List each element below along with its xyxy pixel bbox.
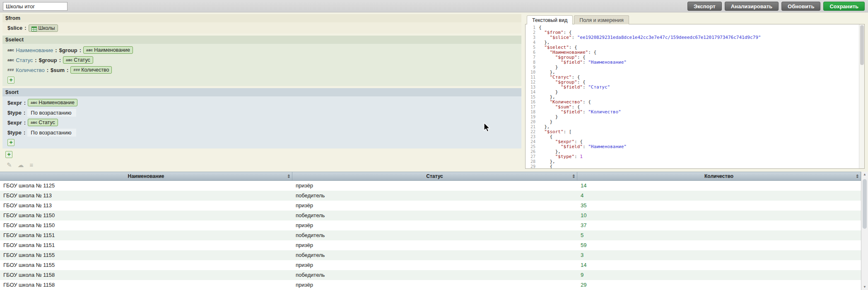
json-editor-panel: Текстовый вид Поля и измерения 1{2 "$fro… — [525, 15, 865, 169]
code-line: 22 "$sort": [ — [526, 129, 864, 134]
scroll-down-icon[interactable]: ▼ — [861, 284, 868, 290]
table-cell-count: 29 — [577, 280, 861, 290]
code-line: 9 } — [526, 65, 864, 70]
sort-section-header: $sort — [2, 88, 521, 96]
from-section-header: $from — [2, 14, 521, 22]
code-line: 29 { — [526, 164, 864, 169]
code-line: 3 "$slice": "ee1920829231eda8dce1e42cc3e… — [526, 35, 864, 40]
table-cell-count: 14 — [577, 260, 861, 270]
save-button[interactable]: Сохранить — [823, 2, 865, 11]
sort-direction-select[interactable]: По возрастанию — [27, 129, 76, 137]
slice-chip[interactable]: Школы — [29, 24, 58, 32]
top-toolbar: Экспорт Анализировать Обновить Сохранить — [0, 0, 868, 12]
table-row[interactable]: ГБОУ школа № 1151призёр59 — [0, 240, 861, 250]
builder-footer-toolbar: ✎ ☁ ≡ — [2, 161, 521, 169]
table-cell-name: ГБОУ школа № 1158 — [0, 270, 292, 280]
table-cell-name: ГБОУ школа № 113 — [0, 191, 292, 201]
table-cell-name: ГБОУ школа № 1150 — [0, 211, 292, 220]
code-line: 8 "$field": "Наименование" — [526, 60, 864, 65]
table-cell-count: 10 — [577, 211, 861, 220]
add-select-field-button[interactable]: + — [7, 77, 14, 84]
field-chip[interactable]: авс Наименование — [83, 46, 133, 54]
table-row[interactable]: ГБОУ школа № 1155призёр14 — [0, 260, 861, 270]
table-cell-count: 5 — [577, 230, 861, 240]
sort-direction-select[interactable]: По возрастанию — [27, 109, 76, 117]
table-cell-count: 3 — [577, 250, 861, 260]
colon-separator: : — [35, 57, 36, 63]
code-lines: 1{2 "$from": {3 "$slice": "ee1920829231e… — [526, 25, 864, 169]
select-row: авс Статус : $group : авс Статус — [2, 55, 521, 65]
table-cell-name: ГБОУ школа № 1158 — [0, 280, 292, 290]
add-section-button[interactable]: + — [5, 151, 12, 158]
table-row[interactable]: ГБОУ школа № 113победитель4 — [0, 191, 861, 201]
field-chip-label: Наименование — [39, 100, 75, 105]
code-editor[interactable]: 1{2 "$from": {3 "$slice": "ee1920829231e… — [525, 24, 865, 169]
table-row[interactable]: ГБОУ школа № 1151победитель5 — [0, 230, 861, 240]
tab-text-view[interactable]: Текстовый вид — [527, 15, 573, 24]
field-chip[interactable]: авс Наименование — [28, 99, 77, 106]
colon-separator: : — [24, 25, 26, 31]
aggregation-label: $group — [59, 47, 77, 53]
table-cell-count: 59 — [577, 240, 861, 250]
table-cell-name: ГБОУ школа № 1155 — [0, 250, 292, 260]
field-chip[interactable]: авс Статус — [28, 119, 58, 126]
table-row[interactable]: ГБОУ школа № 1150победитель10 — [0, 211, 861, 220]
edit-icon[interactable]: ✎ — [7, 161, 12, 169]
colon-separator: : — [59, 57, 61, 63]
list-icon[interactable]: ≡ — [30, 161, 34, 169]
sort-type-row: $type : По возрастанию — [2, 108, 521, 117]
table-cell-name: ГБОУ школа № 113 — [0, 201, 292, 211]
sort-arrows-icon[interactable]: ⇕ — [856, 172, 859, 180]
table-row[interactable]: ГБОУ школа № 1158призёр29 — [0, 280, 861, 290]
table-row[interactable]: ГБОУ школа № 1158победитель9 — [0, 270, 861, 280]
table-scrollbar[interactable]: ▲ ▼ — [861, 172, 868, 290]
scroll-up-icon[interactable]: ▲ — [861, 172, 868, 177]
field-chip[interactable]: авс Статус — [63, 56, 93, 64]
column-header-status[interactable]: Статус ⇕ — [292, 172, 577, 180]
refresh-button[interactable]: Обновить — [781, 2, 820, 11]
aggregation-label: $group — [39, 57, 57, 63]
field-name: Наименование — [16, 47, 53, 53]
field-type-icon: ### — [7, 68, 14, 72]
select-row: авс Наименование : $group : авс Наименов… — [2, 45, 521, 55]
table-row[interactable]: ГБОУ школа № 1125призёр14 — [0, 181, 861, 191]
cloud-icon[interactable]: ☁ — [18, 161, 24, 169]
sort-expr-row: $expr : авс Наименование — [2, 98, 521, 108]
add-sort-field-button[interactable]: + — [7, 139, 14, 146]
field-chip[interactable]: ### Количество — [70, 66, 112, 74]
sort-arrows-icon[interactable]: ⇕ — [572, 172, 576, 180]
toolbar-buttons: Экспорт Анализировать Обновить Сохранить — [687, 2, 865, 11]
table-row[interactable]: ГБОУ школа № 113призёр35 — [0, 201, 861, 211]
field-chip-label: Количество — [81, 67, 109, 73]
column-header-name[interactable]: Наименование ⇕ — [0, 172, 292, 180]
code-line: 27 "$type": 1 — [526, 154, 864, 159]
table-cell-status: призёр — [292, 280, 577, 290]
field-type-icon: авс — [31, 120, 37, 125]
code-line: 19 } — [526, 115, 864, 120]
editor-scrollbar-thumb[interactable] — [860, 25, 864, 65]
editor-scrollbar[interactable] — [859, 24, 864, 168]
colon-separator: : — [80, 47, 81, 53]
table-cell-name: ГБОУ школа № 1151 — [0, 240, 292, 250]
code-line: 13 "$field": "Статус" — [526, 85, 864, 90]
dataset-name-input[interactable] — [3, 2, 68, 11]
table-row[interactable]: ГБОУ школа № 1150призёр37 — [0, 220, 861, 230]
sort-key-label: $expr — [7, 100, 22, 106]
colon-separator: : — [24, 129, 25, 136]
aggregation-label: $sum — [51, 67, 65, 73]
table-cell-count: 37 — [577, 220, 861, 230]
column-header-count[interactable]: Количество ⇕ — [577, 172, 861, 180]
tab-fields-measures[interactable]: Поля и измерения — [574, 15, 629, 24]
table-cell-name: ГБОУ школа № 1125 — [0, 181, 292, 191]
sort-arrows-icon[interactable]: ⇕ — [287, 172, 291, 180]
table-row[interactable]: ГБОУ школа № 1155победитель3 — [0, 250, 861, 260]
analyze-button[interactable]: Анализировать — [725, 2, 779, 11]
table-cell-count: 9 — [577, 270, 861, 280]
code-line: 28 }, — [526, 159, 864, 164]
colon-separator: : — [47, 67, 48, 73]
table-scrollbar-thumb[interactable] — [863, 179, 867, 229]
table-cell-status: призёр — [292, 240, 577, 250]
export-button[interactable]: Экспорт — [687, 2, 722, 11]
field-chip-label: Статус — [74, 57, 90, 63]
column-header-label: Наименование — [128, 173, 164, 179]
